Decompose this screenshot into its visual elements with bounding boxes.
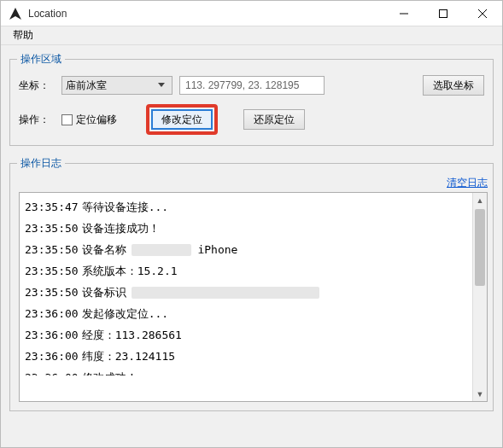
maximize-button[interactable] bbox=[424, 1, 463, 26]
log-message: 等待设备连接... bbox=[82, 196, 168, 218]
highlight-ring: 修改定位 bbox=[146, 104, 218, 135]
log-message: 经度：113.286561 bbox=[82, 324, 182, 346]
log-line: 23:35:50系统版本：15.2.1 bbox=[25, 260, 467, 282]
scroll-up-icon[interactable]: ▲ bbox=[473, 193, 487, 207]
group-operations: 操作区域 坐标： 庙前冰室 113. 297799, 23. 128195 选取… bbox=[9, 59, 494, 146]
restore-location-button[interactable]: 还原定位 bbox=[243, 109, 305, 130]
log-message: 设备名称 bbox=[82, 239, 126, 260]
pick-coords-button[interactable]: 选取坐标 bbox=[423, 75, 484, 96]
log-time: 23:36:00 bbox=[25, 346, 79, 367]
log-line: 23:36:00经度：113.286561 bbox=[25, 324, 467, 346]
row-coords: 坐标： 庙前冰室 113. 297799, 23. 128195 选取坐标 bbox=[19, 75, 484, 96]
location-dropdown[interactable]: 庙前冰室 bbox=[61, 76, 173, 95]
svg-rect-1 bbox=[440, 9, 447, 17]
group-log-legend: 操作日志 bbox=[17, 156, 65, 171]
log-message: 系统版本：15.2.1 bbox=[82, 260, 178, 282]
log-view: 23:35:47等待设备连接...23:35:50设备连接成功！23:35:50… bbox=[19, 192, 488, 402]
log-header: 清空日志 bbox=[19, 176, 488, 190]
log-time: 23:35:50 bbox=[25, 239, 79, 260]
titlebar: Location bbox=[1, 1, 502, 26]
scroll-down-icon[interactable]: ▼ bbox=[473, 387, 487, 401]
scroll-track[interactable] bbox=[473, 207, 487, 387]
menu-help[interactable]: 帮助 bbox=[6, 26, 40, 44]
group-operations-legend: 操作区域 bbox=[17, 52, 65, 67]
log-line: 23:36:00发起修改定位... bbox=[25, 303, 467, 324]
log-time: 23:35:50 bbox=[25, 218, 79, 239]
log-message-suffix: iPhone bbox=[191, 243, 238, 256]
modify-location-button[interactable]: 修改定位 bbox=[151, 109, 213, 130]
coord-label: 坐标： bbox=[19, 79, 55, 93]
log-line: 23:35:50设备名称 iPhone bbox=[25, 239, 467, 260]
checkbox-box-icon bbox=[61, 114, 73, 125]
group-log: 操作日志 清空日志 23:35:47等待设备连接...23:35:50设备连接成… bbox=[9, 163, 494, 411]
log-time: 23:35:50 bbox=[25, 282, 79, 303]
log-line: 23:35:47等待设备连接... bbox=[25, 196, 467, 218]
scrollbar-vertical[interactable]: ▲ ▼ bbox=[472, 193, 487, 401]
ops-label: 操作： bbox=[19, 113, 55, 127]
redacted-block bbox=[132, 287, 319, 299]
log-line: 23:36:00纬度：23.124115 bbox=[25, 346, 467, 367]
menubar: 帮助 bbox=[1, 26, 502, 45]
client-area: 操作区域 坐标： 庙前冰室 113. 297799, 23. 128195 选取… bbox=[1, 45, 502, 447]
log-text[interactable]: 23:35:47等待设备连接...23:35:50设备连接成功！23:35:50… bbox=[20, 193, 472, 401]
scroll-thumb[interactable] bbox=[475, 209, 485, 286]
log-time: 23:36:00 bbox=[25, 324, 79, 346]
clear-log-link[interactable]: 清空日志 bbox=[447, 176, 488, 190]
row-ops: 操作： 定位偏移 修改定位 还原定位 bbox=[19, 104, 484, 135]
log-line: 23:35:50设备连接成功！ bbox=[25, 218, 467, 239]
log-message: 发起修改定位... bbox=[82, 303, 168, 324]
log-time: 23:36:00 bbox=[25, 367, 79, 375]
offset-checkbox[interactable]: 定位偏移 bbox=[61, 113, 117, 127]
chevron-down-icon bbox=[155, 77, 168, 94]
log-message: 设备标识 bbox=[82, 282, 126, 303]
redacted-block bbox=[132, 244, 191, 256]
navigation-arrow-icon bbox=[8, 6, 23, 21]
close-button[interactable] bbox=[463, 1, 502, 26]
log-message: 修改成功！ bbox=[82, 367, 137, 375]
minimize-button[interactable] bbox=[384, 1, 424, 26]
coords-field[interactable]: 113. 297799, 23. 128195 bbox=[179, 76, 325, 95]
log-time: 23:35:50 bbox=[25, 260, 79, 282]
window-title: Location bbox=[28, 8, 384, 20]
log-line: 23:35:50设备标识 bbox=[25, 282, 467, 303]
log-message: 设备连接成功！ bbox=[82, 218, 160, 239]
location-dropdown-value: 庙前冰室 bbox=[66, 79, 155, 93]
offset-checkbox-label: 定位偏移 bbox=[76, 113, 117, 127]
coords-field-value: 113. 297799, 23. 128195 bbox=[185, 79, 299, 91]
log-time: 23:36:00 bbox=[25, 303, 79, 324]
log-line: 23:36:00修改成功！ bbox=[25, 367, 467, 375]
log-message: 纬度：23.124115 bbox=[82, 346, 175, 367]
log-time: 23:35:47 bbox=[25, 196, 79, 218]
